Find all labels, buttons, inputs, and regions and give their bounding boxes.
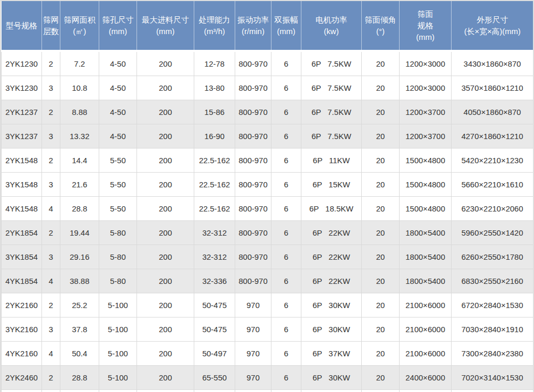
cell-screen-area: 29.16: [60, 245, 99, 269]
cell-empty: [2, 390, 42, 392]
cell-screen-size: 1800×5400: [400, 245, 452, 269]
cell-hole-size: 5-50: [99, 173, 137, 197]
col-header-screen-area: 筛网面积 (㎡): [60, 1, 99, 51]
cell-screen-area: 8.88: [60, 100, 99, 124]
cell-motor-power: 6P 15KW: [301, 173, 362, 197]
cell-incline: 20: [362, 245, 400, 269]
cell-screen-size: 2100×6000: [400, 342, 452, 366]
cell-hole-size: 5-80: [99, 269, 137, 293]
cell-empty: [235, 390, 271, 392]
cell-amplitude: 6: [271, 269, 301, 293]
cell-amplitude: 6: [271, 149, 301, 173]
table-row: 2YK2460228.85-10020065-55097066P 30KW202…: [2, 366, 533, 390]
cell-overall-size: 5960×2550×1420: [452, 221, 533, 245]
cell-capacity: 50-497: [194, 342, 235, 366]
cell-model: 3YK1548: [2, 173, 42, 197]
cell-max-feed: 200: [137, 293, 194, 317]
cell-vibration: 800-970: [235, 221, 271, 245]
cell-screen-area: 14.4: [60, 149, 99, 173]
cell-overall-size: 6830×2550×2160: [452, 269, 533, 293]
cell-overall-size: 3430×1860×870: [452, 51, 533, 76]
cell-vibration: 800-970: [235, 197, 271, 221]
cell-screen-area: 13.32: [60, 124, 99, 149]
cell-max-feed: 200: [137, 221, 194, 245]
cell-motor-power: 6P 37KW: [301, 342, 362, 366]
cell-hole-size: 4-50: [99, 100, 137, 124]
cell-overall-size: 5420×2210×1230: [452, 149, 533, 173]
cell-max-feed: 200: [137, 317, 194, 342]
cell-vibration: 970: [235, 342, 271, 366]
cell-layers: 2: [42, 51, 60, 76]
cell-layers: 4: [42, 197, 60, 221]
table-row: 4YK2160450.45-10020050-49797066P 37KW202…: [2, 342, 533, 366]
cell-amplitude: 6: [271, 293, 301, 317]
table-header: 型号规格筛网 层数筛网面积 (㎡)筛孔尺寸 (mm)最大进料尺寸 (mm)处理能…: [2, 1, 533, 51]
col-header-screen-size: 筛面 规格 (mm): [400, 1, 452, 51]
table-row: 3YK1854329.165-8020032-312800-97066P 22K…: [2, 245, 533, 269]
cell-max-feed: 200: [137, 51, 194, 76]
cell-model: 2YK1237: [2, 100, 42, 124]
cell-empty: [452, 390, 533, 392]
cell-overall-size: 4050×1860×870: [452, 100, 533, 124]
cell-overall-size: 7020×3140×1530: [452, 366, 533, 390]
cell-layers: 3: [42, 245, 60, 269]
cell-max-feed: 200: [137, 100, 194, 124]
cell-screen-size: 1200×3000: [400, 51, 452, 76]
cell-vibration: 800-970: [235, 51, 271, 76]
cell-motor-power: 6P 30KW: [301, 317, 362, 342]
table-row: 3YK1230310.84-5020013-80800-97066P 7.5KW…: [2, 76, 533, 100]
cell-motor-power: 6P 30KW: [301, 293, 362, 317]
cell-amplitude: 6: [271, 124, 301, 149]
table-row: 4YK1854438.885-8020032-336800-97066P 22K…: [2, 269, 533, 293]
cell-overall-size: 5660×2210×1610: [452, 173, 533, 197]
cell-screen-area: 19.44: [60, 221, 99, 245]
cell-amplitude: 6: [271, 342, 301, 366]
col-header-motor-power: 电机功率 (kw): [301, 1, 362, 51]
table-row: 3YK2160337.85-10020050-47597066P 30KW202…: [2, 317, 533, 342]
cell-vibration: 970: [235, 293, 271, 317]
cell-layers: 2: [42, 366, 60, 390]
cell-motor-power: 6P 7.5KW: [301, 76, 362, 100]
cell-hole-size: 4-50: [99, 124, 137, 149]
col-header-amplitude: 双振幅 (mm): [271, 1, 301, 51]
cell-screen-size: 1500×4800: [400, 149, 452, 173]
table-row: 2YK123027.24-5020012-78800-97066P 7.5KW2…: [2, 51, 533, 76]
cell-screen-area: 37.8: [60, 317, 99, 342]
cell-amplitude: 6: [271, 76, 301, 100]
cell-vibration: 800-970: [235, 173, 271, 197]
cell-amplitude: 6: [271, 366, 301, 390]
cell-empty: [99, 390, 137, 392]
table-row: 2YK123728.884-5020015-86800-97066P 7.5KW…: [2, 100, 533, 124]
cell-amplitude: 6: [271, 245, 301, 269]
product-spec-page: 型号规格筛网 层数筛网面积 (㎡)筛孔尺寸 (mm)最大进料尺寸 (mm)处理能…: [0, 0, 534, 392]
table-row: 4YK1548428.85-5020022.5-162800-97066P 18…: [2, 197, 533, 221]
cell-capacity: 50-475: [194, 317, 235, 342]
cell-hole-size: 5-100: [99, 293, 137, 317]
cell-incline: 20: [362, 342, 400, 366]
cell-screen-size: 2100×6000: [400, 293, 452, 317]
cell-screen-area: 28.8: [60, 197, 99, 221]
cell-motor-power: 6P 7.5KW: [301, 100, 362, 124]
cell-model: 2YK1854: [2, 221, 42, 245]
cell-motor-power: 6P 7.5KW: [301, 51, 362, 76]
cell-layers: 2: [42, 149, 60, 173]
cell-screen-area: 25.2: [60, 293, 99, 317]
cell-hole-size: 5-50: [99, 149, 137, 173]
cell-screen-area: 21.6: [60, 173, 99, 197]
cell-amplitude: 6: [271, 173, 301, 197]
cell-hole-size: 5-100: [99, 342, 137, 366]
cell-vibration: 800-970: [235, 76, 271, 100]
cell-max-feed: 200: [137, 173, 194, 197]
cell-model: 4YK1854: [2, 269, 42, 293]
cell-amplitude: 6: [271, 221, 301, 245]
cell-screen-area: 7.2: [60, 51, 99, 76]
cell-incline: 20: [362, 317, 400, 342]
cell-capacity: 12-78: [194, 51, 235, 76]
cell-screen-size: 1200×3700: [400, 124, 452, 149]
col-header-hole-size: 筛孔尺寸 (mm): [99, 1, 137, 51]
cell-capacity: 13-80: [194, 76, 235, 100]
cell-model: 3YK1854: [2, 245, 42, 269]
cell-empty: [42, 390, 60, 392]
table-row: 2YK2160225.25-10020050-47597066P 30KW202…: [2, 293, 533, 317]
table-row-partial: [2, 390, 533, 392]
